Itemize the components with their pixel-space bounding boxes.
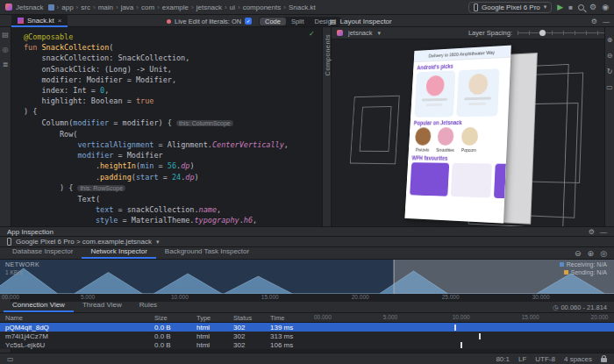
table-row[interactable]: pQM4qit_8dQ0.0 Bhtml302139 ms: [0, 323, 614, 332]
connection-table-header: Name Size Type Status Time 00.0005.00010…: [0, 313, 614, 323]
code-area[interactable]: @Composablefun SnackCollection( snackCol…: [11, 27, 322, 226]
editor-tab-snack[interactable]: Snack.kt ×: [11, 15, 68, 27]
gear-icon[interactable]: ⚙: [591, 18, 597, 25]
tab-rules[interactable]: Rules: [131, 301, 166, 312]
vcs-tool-icon[interactable]: ◎: [3, 46, 9, 54]
slider-thumb[interactable]: [539, 30, 546, 36]
breadcrumb-item[interactable]: ui: [230, 4, 235, 11]
code-line: onSnackClick: (Long) -> Unit,: [24, 64, 322, 75]
timeline-tick: 10.000: [453, 314, 470, 320]
time-range: ◷ 00.060 - 21.814: [553, 303, 607, 311]
request-mark: [454, 325, 456, 331]
column-header-type[interactable]: Type: [191, 314, 228, 322]
minimize-icon[interactable]: —: [603, 18, 610, 25]
indent-style[interactable]: 4 spaces: [564, 355, 592, 363]
project-tool-icon[interactable]: ▤: [2, 31, 9, 39]
wireframe-layer: [360, 106, 392, 152]
gear-icon[interactable]: ⚙: [589, 4, 596, 11]
notifications-icon[interactable]: ◉: [602, 4, 609, 11]
wfh-card: [410, 162, 449, 196]
breadcrumb-item[interactable]: jetsnack: [196, 4, 222, 11]
column-header-size[interactable]: Size: [149, 314, 191, 322]
zoom-in-icon[interactable]: ⊕: [588, 249, 595, 258]
reset-zoom-icon[interactable]: ◎: [600, 249, 607, 258]
column-header-name[interactable]: Name: [0, 314, 149, 322]
layout-inspector-header-icons: ⚙ —: [591, 15, 610, 27]
tab-thread-view[interactable]: Thread View: [74, 301, 131, 312]
gear-icon[interactable]: ⚙: [589, 228, 595, 236]
toolbar-actions: Google Pixel 6 Pro ▾ ▶ ■ ⚙ ◉: [468, 2, 609, 13]
tab-background-task-inspector[interactable]: Background Task Inspector: [156, 247, 258, 259]
network-legend: Receiving: N/A Sending: N/A: [560, 261, 607, 275]
snack-image: [460, 127, 478, 146]
code-line: snackCollection: SnackCollection,: [24, 53, 322, 63]
code-line: ) {: [24, 106, 322, 117]
zoom-in-icon[interactable]: ⊕: [607, 36, 613, 44]
breadcrumb-item[interactable]: app: [61, 4, 73, 11]
caret-position[interactable]: 80:1: [496, 355, 510, 363]
phone-screen[interactable]: Delivery to 1600 Amphitheater Way Androi…: [404, 46, 510, 224]
breadcrumb-item[interactable]: Jetsnack: [16, 4, 44, 11]
reset-view-icon[interactable]: ↻: [607, 68, 613, 75]
inspection-ok-check-icon: ✓: [309, 30, 315, 38]
mode-code[interactable]: Code: [260, 18, 286, 25]
zoom-out-icon[interactable]: ⊖: [607, 52, 613, 60]
breadcrumb-item[interactable]: components: [243, 4, 282, 11]
process-selector[interactable]: jetsnack: [348, 29, 373, 37]
breadcrumb-separator: ›: [93, 4, 96, 11]
breadcrumb-item[interactable]: com: [141, 4, 154, 11]
tab-network-inspector[interactable]: Network Inspector: [82, 247, 155, 259]
tab-connection-view[interactable]: Connection View: [4, 301, 74, 312]
breadcrumb-separator: ›: [225, 4, 227, 11]
fit-screen-icon[interactable]: ▭: [606, 83, 613, 91]
run-button[interactable]: ▶: [557, 4, 563, 11]
breadcrumb-item[interactable]: java: [121, 4, 134, 11]
layout-inspector-toolbar: jetsnack ▾ Layer Spacing:: [332, 27, 614, 39]
code-line: Row(: [24, 129, 322, 139]
request-mark: [479, 333, 481, 339]
close-icon[interactable]: ×: [58, 17, 62, 25]
structure-tool-icon[interactable]: ≣: [3, 61, 9, 68]
mode-split[interactable]: Split: [286, 18, 310, 25]
snack-card: [414, 70, 455, 118]
component-tree-tab[interactable]: Components: [324, 34, 332, 76]
breadcrumb-item[interactable]: src: [81, 4, 90, 11]
popular-item: Smoothies: [436, 127, 455, 153]
axis-tick: 15.000: [261, 294, 279, 300]
table-row[interactable]: Yc5sL-ejk6U0.0 Bhtml302106 ms: [0, 340, 614, 349]
code-editor[interactable]: @Composablefun SnackCollection( snackCol…: [11, 27, 322, 226]
file-encoding[interactable]: UTF-8: [535, 355, 555, 363]
table-row[interactable]: m74i1j4Cz7M0.0 Bhtml302313 ms: [0, 332, 614, 340]
live-edit-checkbox[interactable]: ✓: [245, 18, 252, 25]
zoom-out-icon[interactable]: ⊖: [575, 249, 582, 258]
code-line: .heightIn(min = 56.dp): [24, 161, 322, 171]
layout-inspector-canvas[interactable]: Delivery to 1600 Amphitheater Way Androi…: [332, 39, 604, 226]
code-line: .padding(start = 24.dp): [24, 172, 322, 182]
breadcrumb-separator: ›: [136, 4, 139, 11]
code-line: modifier: Modifier = Modifier,: [24, 75, 322, 85]
minimize-icon[interactable]: —: [600, 228, 607, 236]
tool-window-icon[interactable]: ▭: [7, 355, 14, 363]
breadcrumb-item[interactable]: main: [98, 4, 113, 11]
stop-button[interactable]: ■: [568, 4, 573, 11]
cell-status: 302: [228, 324, 265, 332]
phone-icon: [474, 4, 478, 11]
column-header-status[interactable]: Status: [228, 314, 265, 322]
tab-database-inspector[interactable]: Database Inspector: [4, 247, 82, 259]
network-timeline[interactable]: NETWORK 1 KB/s Receiving: N/A Sending: N…: [0, 260, 614, 294]
device-selector[interactable]: Google Pixel 6 Pro ▾: [468, 2, 552, 13]
cell-timeline: [313, 340, 614, 349]
search-icon[interactable]: [578, 4, 584, 11]
code-line: fun SnackCollection(: [24, 42, 322, 53]
line-separator[interactable]: LF: [518, 355, 526, 363]
network-chart[interactable]: [0, 260, 614, 296]
layer-spacing-slider[interactable]: [518, 31, 609, 35]
lock-icon[interactable]: [601, 358, 607, 362]
breadcrumb-item[interactable]: Snack.kt: [289, 4, 316, 11]
axis-tick: 5.000: [81, 294, 95, 300]
cell-time: 313 ms: [265, 332, 313, 340]
breadcrumb-item[interactable]: example: [162, 4, 189, 11]
inspection-process-selector[interactable]: Google Pixel 6 Pro > com.example.jetsnac…: [16, 238, 152, 246]
column-header-time[interactable]: Time: [265, 314, 313, 322]
inspector-tabs: Database InspectorNetwork InspectorBackg…: [0, 247, 614, 260]
